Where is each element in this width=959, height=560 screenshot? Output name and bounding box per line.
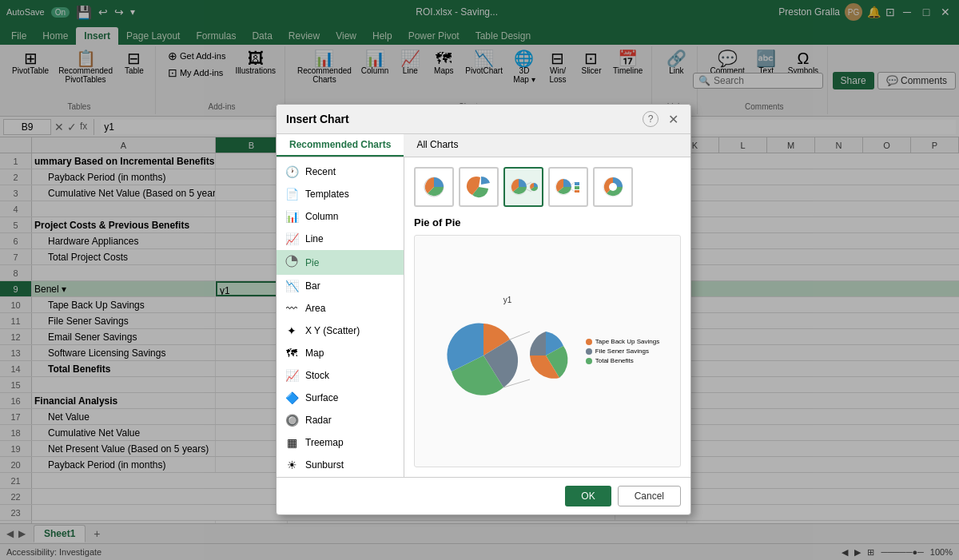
chart-preview: y1 bbox=[414, 235, 681, 467]
legend-item-tape: Tape Back Up Savings bbox=[586, 338, 660, 345]
modal-tab-all[interactable]: All Charts bbox=[404, 134, 471, 157]
modal-body: 🕐 Recent 📄 Templates 📊 Column 📈 Line bbox=[277, 157, 690, 477]
surface-icon: 🔷 bbox=[285, 391, 299, 404]
chart-types-row bbox=[414, 167, 681, 207]
chart-category-sunburst[interactable]: ☀ Sunburst bbox=[277, 454, 404, 476]
treemap-icon: ▦ bbox=[285, 436, 299, 449]
recent-icon: 🕐 bbox=[285, 165, 299, 178]
chart-category-bar[interactable]: 📉 Bar bbox=[277, 275, 404, 297]
legend-dot-total bbox=[586, 358, 592, 364]
modal-help-button[interactable]: ? bbox=[643, 111, 659, 127]
legend-dot-file bbox=[586, 348, 592, 355]
chart-category-scatter[interactable]: ✦ X Y (Scatter) bbox=[277, 320, 404, 342]
chart-category-treemap[interactable]: ▦ Treemap bbox=[277, 431, 404, 454]
chart-type-exploded-pie[interactable] bbox=[459, 167, 499, 207]
svg-point-10 bbox=[609, 183, 617, 191]
chart-category-stock[interactable]: 📈 Stock bbox=[277, 364, 404, 387]
chart-type-donut[interactable] bbox=[593, 167, 633, 207]
chart-category-column[interactable]: 📊 Column bbox=[277, 205, 404, 228]
chart-category-list: 🕐 Recent 📄 Templates 📊 Column 📈 Line bbox=[277, 157, 404, 477]
area-icon: 〰 bbox=[285, 302, 299, 315]
chart-type-basic-pie[interactable] bbox=[414, 167, 454, 207]
chart-category-histogram[interactable]: 📊 Histogram bbox=[277, 476, 404, 477]
column-icon: 📊 bbox=[285, 210, 299, 223]
radar-icon: 🔘 bbox=[285, 414, 299, 427]
stock-icon: 📈 bbox=[285, 369, 299, 382]
chart-category-pie[interactable]: Pie bbox=[277, 250, 404, 275]
svg-rect-7 bbox=[575, 182, 579, 185]
bar-icon: 📉 bbox=[285, 280, 299, 292]
chart-category-map[interactable]: 🗺 Map bbox=[277, 342, 404, 364]
modal-footer: OK Cancel bbox=[277, 477, 690, 514]
chart-category-recent[interactable]: 🕐 Recent bbox=[277, 161, 404, 183]
chart-category-surface[interactable]: 🔷 Surface bbox=[277, 387, 404, 409]
chart-category-area[interactable]: 〰 Area bbox=[277, 297, 404, 320]
modal-close-button[interactable]: ✕ bbox=[665, 111, 681, 127]
chart-category-line[interactable]: 📈 Line bbox=[277, 228, 404, 250]
pie-chart-legend: Tape Back Up Savings File Sener Savings … bbox=[586, 338, 660, 364]
chart-type-bar-of-pie[interactable] bbox=[548, 167, 588, 207]
modal-controls: ? ✕ bbox=[643, 111, 681, 127]
legend-dot-tape bbox=[586, 339, 592, 345]
svg-rect-8 bbox=[575, 186, 579, 189]
pie-preview-container: y1 bbox=[415, 236, 680, 467]
sunburst-icon: ☀ bbox=[285, 459, 299, 471]
svg-rect-9 bbox=[575, 190, 579, 193]
ok-button[interactable]: OK bbox=[565, 486, 611, 506]
svg-line-6 bbox=[571, 189, 575, 192]
legend-item-total: Total Benefits bbox=[586, 357, 660, 364]
modal-tabs: Recommended Charts All Charts bbox=[277, 134, 690, 157]
svg-line-12 bbox=[510, 332, 530, 340]
svg-text:y1: y1 bbox=[503, 296, 511, 304]
modal-header: Insert Chart ? ✕ bbox=[277, 105, 690, 134]
chart-category-templates[interactable]: 📄 Templates bbox=[277, 183, 404, 205]
modal-tab-recommended[interactable]: Recommended Charts bbox=[277, 134, 404, 157]
map-icon: 🗺 bbox=[285, 347, 299, 359]
templates-icon: 📄 bbox=[285, 188, 299, 201]
insert-chart-modal: Insert Chart ? ✕ Recommended Charts All … bbox=[276, 104, 691, 515]
chart-category-radar[interactable]: 🔘 Radar bbox=[277, 409, 404, 431]
scatter-icon: ✦ bbox=[285, 324, 299, 337]
cancel-button[interactable]: Cancel bbox=[618, 486, 681, 506]
legend-item-file: File Sener Savings bbox=[586, 348, 660, 355]
chart-type-name: Pie of Pie bbox=[414, 216, 681, 228]
chart-preview-area: Pie of Pie y1 bbox=[404, 157, 690, 477]
line-icon: 📈 bbox=[285, 232, 299, 245]
pie-chart-svg: y1 bbox=[436, 292, 579, 411]
modal-title: Insert Chart bbox=[286, 113, 349, 125]
pie-icon bbox=[285, 255, 299, 270]
svg-line-5 bbox=[571, 182, 575, 185]
chart-type-pie-of-pie[interactable] bbox=[503, 167, 543, 207]
